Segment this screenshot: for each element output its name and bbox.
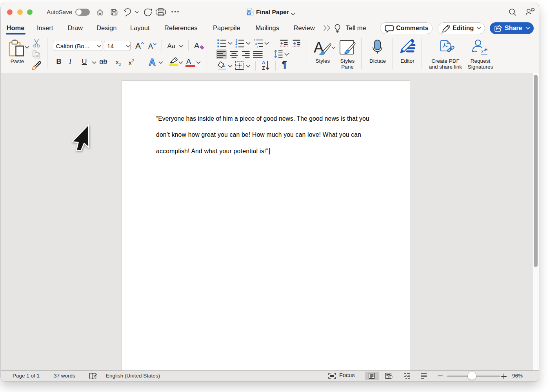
svg-text:W: W: [247, 11, 251, 15]
svg-text:Z: Z: [262, 65, 265, 71]
svg-text:a: a: [255, 42, 257, 45]
svg-text:i: i: [257, 45, 258, 49]
svg-text:A: A: [149, 57, 156, 67]
svg-text:3: 3: [235, 45, 237, 49]
svg-text:x: x: [481, 48, 484, 54]
svg-text:A: A: [262, 60, 265, 65]
